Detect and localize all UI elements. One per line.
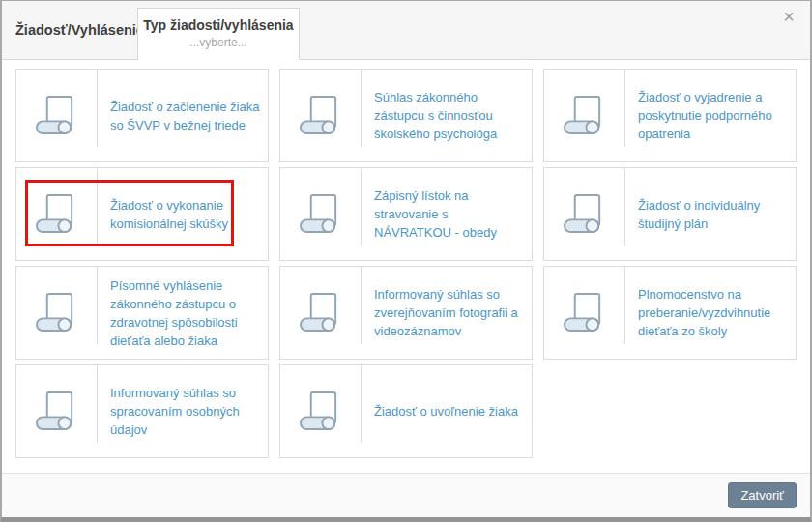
request-type-card[interactable]: Zápisný lístok na stravovanie s NÁVRATKO…: [279, 167, 533, 261]
request-type-card[interactable]: Súhlas zákonného zástupcu s činnosťou šk…: [279, 69, 533, 162]
document-scroll-icon: [35, 193, 80, 235]
request-type-card[interactable]: Žiadosť o vykonanie komisionálnej skúšky: [15, 167, 269, 261]
card-label-text: Plnomocenstvo na preberanie/vyzdvihnutie…: [638, 285, 788, 340]
document-scroll-icon: [563, 193, 608, 235]
document-scroll-icon: [35, 391, 80, 432]
request-type-card[interactable]: Informovaný súhlas so zverejňovaním foto…: [279, 266, 533, 360]
zatvorit-button[interactable]: Zatvoriť: [728, 482, 797, 508]
card-icon-cell: [544, 168, 625, 260]
tab-ziadost-vyhlasenie-label: Žiadosť/Vyhlásenie: [15, 22, 144, 38]
card-label: Súhlas zákonného zástupcu s činnosťou šk…: [362, 70, 532, 161]
close-icon[interactable]: ×: [783, 7, 795, 26]
document-scroll-icon: [35, 95, 80, 136]
card-icon-cell: [280, 365, 362, 457]
document-scroll-icon: [299, 391, 344, 432]
card-label-text: Žiadosť o individuálny študijný plán: [638, 196, 788, 233]
card-icon-cell: [16, 70, 98, 161]
card-label-text: Žiadosť o vyjadrenie a poskytnutie podpo…: [638, 88, 788, 143]
card-label: Žiadosť o vyjadrenie a poskytnutie podpo…: [625, 70, 796, 161]
card-icon-cell: [16, 267, 98, 359]
document-scroll-icon: [35, 292, 80, 334]
card-label-text: Zápisný lístok na stravovanie s NÁVRATKO…: [374, 187, 524, 242]
card-icon-cell: [280, 267, 362, 359]
request-type-card[interactable]: Žiadosť o individuálny študijný plán: [543, 167, 797, 261]
request-type-card[interactable]: Písomné vyhlásenie zákonného zástupcu o …: [15, 266, 269, 360]
card-label: Informovaný súhlas so spracovaním osobný…: [98, 365, 268, 457]
card-label: Informovaný súhlas so zverejňovaním foto…: [362, 267, 532, 359]
card-label-text: Súhlas zákonného zástupcu s činnosťou šk…: [374, 88, 524, 143]
card-label-text: Informovaný súhlas so zverejňovaním foto…: [374, 285, 524, 340]
document-scroll-icon: [299, 292, 344, 334]
card-icon-cell: [280, 168, 362, 260]
card-icon-cell: [544, 267, 625, 359]
card-label-text: Žiadosť o začlenenie žiaka so ŠVVP v bež…: [110, 98, 260, 134]
card-label-text: Písomné vyhlásenie zákonného zástupcu o …: [110, 276, 260, 350]
document-scroll-icon: [299, 193, 344, 235]
dialog-footer: Zatvoriť: [2, 473, 810, 517]
card-icon-cell: [16, 168, 98, 260]
card-icon-cell: [16, 365, 98, 457]
card-label-text: Žiadosť o uvoľnenie žiaka: [374, 402, 518, 420]
card-label: Plnomocenstvo na preberanie/vyzdvihnutie…: [625, 267, 796, 359]
dialog-header: Žiadosť/Vyhlásenie Typ žiadosti/vyhlásen…: [2, 1, 810, 60]
card-label-text: Informovaný súhlas so spracovaním osobný…: [110, 384, 260, 439]
card-icon-cell: [280, 70, 362, 161]
tab-typ-ziadosti[interactable]: Typ žiadosti/vyhlásenia ...vyberte...: [137, 8, 300, 60]
request-type-card[interactable]: Informovaný súhlas so spracovaním osobný…: [15, 364, 269, 458]
tab-typ-ziadosti-title: Typ žiadosti/vyhlásenia: [138, 17, 299, 33]
card-label: Žiadosť o uvoľnenie žiaka: [362, 365, 532, 457]
card-label: Zápisný lístok na stravovanie s NÁVRATKO…: [362, 168, 532, 260]
document-scroll-icon: [299, 95, 344, 136]
request-type-card[interactable]: Žiadosť o uvoľnenie žiaka: [279, 364, 533, 458]
document-scroll-icon: [563, 95, 608, 136]
card-label: Písomné vyhlásenie zákonného zástupcu o …: [98, 267, 268, 359]
document-scroll-icon: [563, 292, 608, 334]
tab-typ-ziadosti-subtitle: ...vyberte...: [138, 36, 299, 49]
card-icon-cell: [544, 70, 625, 161]
card-label: Žiadosť o začlenenie žiaka so ŠVVP v bež…: [98, 70, 268, 161]
card-label: Žiadosť o vykonanie komisionálnej skúšky: [98, 168, 268, 260]
card-label-text: Žiadosť o vykonanie komisionálnej skúšky: [110, 196, 260, 233]
request-type-card[interactable]: Žiadosť o začlenenie žiaka so ŠVVP v bež…: [15, 69, 269, 162]
tab-ziadost-vyhlasenie[interactable]: Žiadosť/Vyhlásenie: [15, 1, 144, 59]
request-type-card[interactable]: Žiadosť o vyjadrenie a poskytnutie podpo…: [543, 69, 797, 162]
request-type-card[interactable]: Plnomocenstvo na preberanie/vyzdvihnutie…: [543, 266, 797, 360]
request-type-dialog: Žiadosť/Vyhlásenie Typ žiadosti/vyhlásen…: [0, 0, 812, 522]
request-type-grid: Žiadosť o začlenenie žiaka so ŠVVP v bež…: [2, 60, 810, 473]
card-label: Žiadosť o individuálny študijný plán: [625, 168, 796, 260]
